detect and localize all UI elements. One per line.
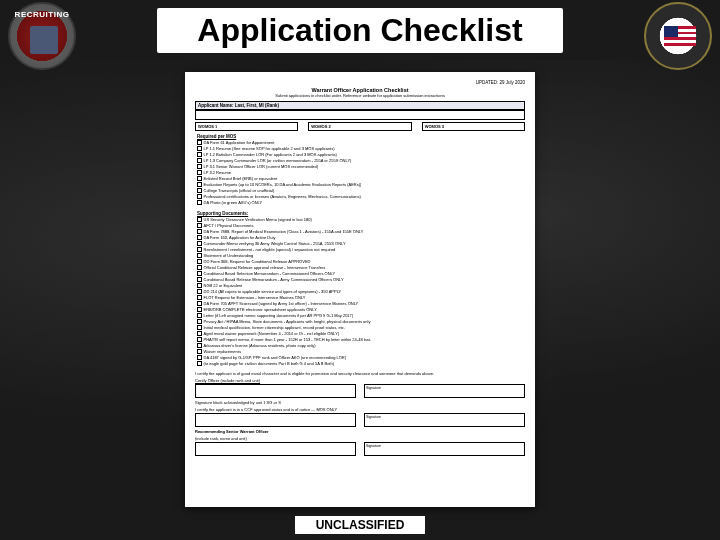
certification-block: I certify the applicant is of good moral…	[195, 371, 525, 456]
cert-name-cell	[195, 384, 356, 398]
checklist-item: DD Form 368, Request for Conditional Rel…	[197, 259, 525, 265]
checkbox-icon	[197, 247, 202, 252]
checkbox-icon	[197, 223, 202, 228]
checkbox-icon	[197, 152, 202, 157]
patch-label: RECRUITING	[10, 10, 74, 19]
checkbox-icon	[197, 301, 202, 306]
recommending-sub: (include rank, name and unit)	[195, 436, 525, 441]
cert-officer-label: Certify Officer (include rank and unit)	[195, 378, 525, 383]
checkbox-icon	[197, 253, 202, 258]
checklist-item: (to eagle gold page for civilian documen…	[197, 361, 525, 367]
checklist-item-text: Conditional Board Release Memorandum - A…	[204, 277, 344, 283]
checklist-item-text: FLOT Request for Extension - Interservic…	[204, 295, 306, 301]
checkbox-icon	[197, 277, 202, 282]
checklist-item-text: College Transcripts (official or unoffic…	[204, 188, 275, 194]
checklist-item: Official Conditional Release approval re…	[197, 265, 525, 271]
checklist-item: LP 3.1 Senior Warrant Officer LOR (curre…	[197, 164, 525, 170]
checklist-item-text: US Security Clearance Verification Memo …	[204, 217, 312, 223]
checkbox-icon	[197, 176, 202, 181]
checklist-item-text: AFCT / Physical Documents	[204, 223, 254, 229]
checkbox-icon	[197, 307, 202, 312]
checklist-item-text: DA Form 7888, Report of Medical Examinat…	[204, 229, 364, 235]
certify-text: I certify the applicant is of good moral…	[195, 371, 525, 376]
checklist-item: LP 1.3 Company Commander LOR (or civilia…	[197, 158, 525, 164]
checkbox-icon	[197, 259, 202, 264]
checklist-item: Evaluation Reports (up to 10 NCOERs, 10 …	[197, 182, 525, 188]
checkbox-icon	[197, 319, 202, 324]
checklist-item: DA Form 61 Application for Appointment	[197, 140, 525, 146]
checkbox-icon	[197, 361, 202, 366]
checklist-item: DA 4187 signed by G-1/SP, PPF rank and O…	[197, 355, 525, 361]
checklist-item-text: Professional certifications or licenses …	[204, 194, 361, 200]
checklist-item: Commander Memo verifying 36 Army Weight …	[197, 241, 525, 247]
checkbox-icon	[197, 229, 202, 234]
checklist-item-text: DA Photo (in green ASU's) ONLY	[204, 200, 263, 206]
checkbox-icon	[197, 331, 202, 336]
rec-name-cell	[195, 442, 356, 456]
checklist-item-text: Letter (if Left unsigned memo supporting…	[204, 313, 354, 319]
checkbox-icon	[197, 140, 202, 145]
checklist-item: AFCT / Physical Documents	[197, 223, 525, 229]
required-section-label: Required per MOS	[197, 134, 525, 139]
womos-3: WOMOS 3	[422, 122, 525, 131]
classification-footer: UNCLASSIFIED	[295, 516, 425, 534]
checklist-item-text: Aged moral waiver paperwork (November 4 …	[204, 331, 340, 337]
checklist-item: US Security Clearance Verification Memo …	[197, 217, 525, 223]
warrant-officer-seal-logo	[644, 2, 712, 70]
checkbox-icon	[197, 325, 202, 330]
doc-updated: UPDATED: 29 July 2020	[195, 80, 525, 85]
checklist-item: DA Photo (in green ASU's) ONLY	[197, 200, 525, 206]
checkbox-icon	[197, 265, 202, 270]
checkbox-icon	[197, 271, 202, 276]
checklist-item: Waiver replacements	[197, 349, 525, 355]
checklist-item-text: (to eagle gold page for civilian documen…	[204, 361, 335, 367]
checkbox-icon	[197, 289, 202, 294]
required-items-list: DA Form 61 Application for AppointmentLP…	[195, 140, 525, 206]
checklist-item-text: Official Conditional Release approval re…	[204, 265, 326, 271]
checklist-item: Enlisted Record Brief (ERB) or equivalen…	[197, 176, 525, 182]
checkbox-icon	[197, 235, 202, 240]
checklist-item-text: PHA/TB self report memo, if more than 1 …	[204, 337, 372, 343]
checkbox-icon	[197, 188, 202, 193]
checklist-item: Professional certifications or licenses …	[197, 194, 525, 200]
doc-subheading: Submit applications in checklist order. …	[195, 93, 525, 98]
flag-icon	[664, 26, 696, 46]
checklist-item-text: NGB 22 or Equivalent	[204, 283, 243, 289]
checklist-item: Arkansas driver's license (Arkansas resi…	[197, 343, 525, 349]
checklist-item: NGB 22 or Equivalent	[197, 283, 525, 289]
applicant-name-label: Applicant Name: Last, First, MI (Rank)	[195, 101, 525, 110]
checklist-item: LP 1.2 Battalion Commander LOR (For appl…	[197, 152, 525, 158]
checklist-item-text: DD 214 (All copies to applicable service…	[204, 289, 342, 295]
checklist-item: DD 214 (All copies to applicable service…	[197, 289, 525, 295]
checklist-item: Conditional Board Release Memorandum - A…	[197, 277, 525, 283]
checklist-item: FLOT Request for Extension - Interservic…	[197, 295, 525, 301]
checklist-item-text: DA Form 705 APFT Scorecard (signed by Ar…	[204, 301, 359, 307]
checkbox-icon	[197, 217, 202, 222]
checkbox-icon	[197, 164, 202, 169]
checklist-item-text: Statement of Understanding	[204, 253, 254, 259]
recommending-label: Recommending Senior Warrant Officer	[195, 429, 525, 434]
checklist-item: Letter (if Left unsigned memo supporting…	[197, 313, 525, 319]
checkbox-icon	[197, 283, 202, 288]
checklist-item: Initial medical qualification, former ci…	[197, 325, 525, 331]
checklist-item: Conditional Board Selection Memorandum -…	[197, 271, 525, 277]
checklist-item: DA Form 7888, Report of Medical Examinat…	[197, 229, 525, 235]
checkbox-icon	[197, 194, 202, 199]
checklist-item: LP 3.2 Resume	[197, 170, 525, 176]
checkbox-icon	[197, 170, 202, 175]
checkbox-icon	[197, 241, 202, 246]
checklist-item: ERB/ORB COMPLETE electronic spreadsheet …	[197, 307, 525, 313]
checklist-item-text: Arkansas driver's license (Arkansas resi…	[204, 343, 316, 349]
checklist-item-text: Commander Memo verifying 36 Army Weight …	[204, 241, 346, 247]
checklist-item: Aged moral waiver paperwork (November 4 …	[197, 331, 525, 337]
supporting-items-list: US Security Clearance Verification Memo …	[195, 217, 525, 367]
checklist-item: LP 1.1 Resume (See resume SOP for applic…	[197, 146, 525, 152]
checklist-item-text: DA Form 160, Application for Active Duty	[204, 235, 276, 241]
checklist-item-text: Initial medical qualification, former ci…	[204, 325, 345, 331]
checklist-item-text: LP 3.2 Resume	[204, 170, 232, 176]
checklist-item: Statement of Understanding	[197, 253, 525, 259]
seal-icon	[644, 2, 712, 70]
womos-1: WOMOS 1	[195, 122, 298, 131]
name-cell	[195, 110, 525, 120]
womos-2: WOMOS 2	[308, 122, 411, 131]
